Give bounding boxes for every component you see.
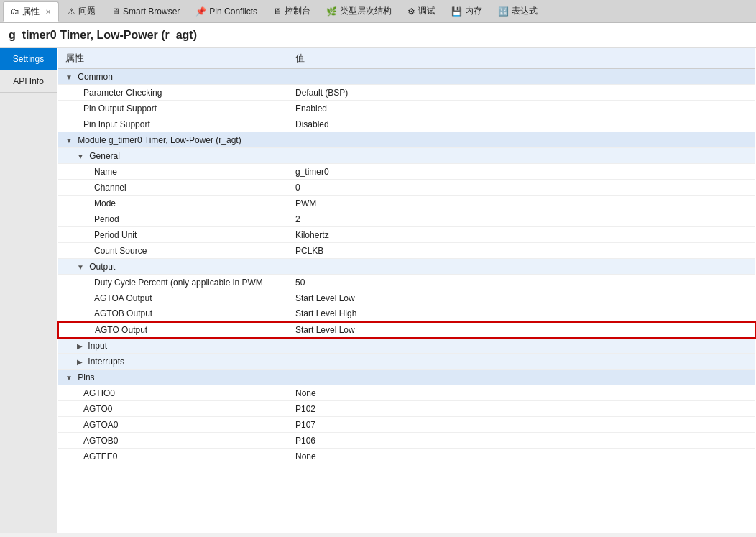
section-pins[interactable]: ▼ Pins	[58, 370, 755, 385]
prop-agtio0: AGTIO0	[58, 385, 288, 401]
subsection-general[interactable]: ▼ General	[58, 148, 755, 164]
header-value: 值	[288, 48, 755, 69]
table-header-row: 属性 值	[58, 48, 755, 69]
table-row: AGTOB Output Start Level High	[58, 306, 755, 322]
table-row: Pin Input Support Disabled	[58, 116, 755, 132]
subsection-interrupts-label: Interrupts	[88, 357, 124, 367]
expand-interrupts-icon: ▶	[77, 358, 83, 366]
val-channel: 0	[288, 180, 755, 196]
val-period-unit: Kilohertz	[288, 227, 755, 243]
tab-properties-label: 属性	[22, 6, 40, 18]
prop-agto0: AGTO0	[58, 401, 288, 417]
debug-tab-icon: ⚙	[407, 6, 415, 17]
table-row-agto-output: AGTO Output Start Level Low	[58, 322, 755, 338]
sidebar-item-apiinfo[interactable]: API Info	[0, 70, 57, 93]
main-layout: Settings API Info 属性 值 ▼ Common	[0, 48, 756, 533]
smartbrowser-tab-icon: 🖥	[111, 6, 120, 17]
prop-agtob0: AGTOB0	[58, 433, 288, 449]
table-row: Period 2	[58, 211, 755, 227]
subsection-output-label: Output	[89, 262, 115, 272]
sidebar: Settings API Info	[0, 48, 57, 533]
section-common[interactable]: ▼ Common	[58, 69, 755, 85]
tab-properties-close[interactable]: ✕	[45, 8, 51, 16]
val-name: g_timer0	[288, 164, 755, 180]
table-row: AGTO0 P102	[58, 401, 755, 417]
tab-smartbrowser[interactable]: 🖥 Smart Browser	[104, 1, 187, 22]
properties-table: 属性 值 ▼ Common Parameter Checking Default…	[57, 48, 756, 464]
val-agtob-output: Start Level High	[288, 306, 755, 322]
prop-count-source: Count Source	[58, 243, 288, 259]
tab-console[interactable]: 🖥 控制台	[266, 1, 318, 22]
table-row: Mode PWM	[58, 196, 755, 211]
table-row: Name g_timer0	[58, 164, 755, 180]
val-agto0: P102	[288, 401, 755, 417]
properties-area[interactable]: 属性 值 ▼ Common Parameter Checking Default…	[57, 48, 756, 533]
tab-smartbrowser-label: Smart Browser	[123, 6, 180, 17]
expression-tab-icon: 🔣	[498, 6, 509, 17]
val-agtio0: None	[288, 385, 755, 401]
tab-debug[interactable]: ⚙ 调试	[400, 1, 443, 22]
tab-pinconflicts[interactable]: 📌 Pin Conflicts	[188, 1, 264, 22]
section-module-label: Module g_timer0 Timer, Low-Power (r_agt)	[78, 135, 241, 145]
prop-pin-input-support: Pin Input Support	[58, 116, 288, 132]
tab-console-label: 控制台	[285, 5, 310, 17]
expand-pins-icon: ▼	[65, 374, 73, 382]
prop-period-unit: Period Unit	[58, 227, 288, 243]
val-pin-output-support: Enabled	[288, 101, 755, 116]
val-agtoa0: P107	[288, 417, 755, 433]
val-duty-cycle: 50	[288, 275, 755, 290]
page-title: g_timer0 Timer, Low-Power (r_agt)	[0, 23, 756, 48]
typehierarchy-tab-icon: 🌿	[326, 6, 337, 17]
expand-common-icon: ▼	[65, 73, 73, 81]
val-agtoa-output: Start Level Low	[288, 290, 755, 306]
val-agto-output: Start Level Low	[288, 322, 755, 338]
prop-pin-output-support: Pin Output Support	[58, 101, 288, 116]
prop-agto-output: AGTO Output	[58, 322, 288, 338]
val-period: 2	[288, 211, 755, 227]
val-parameter-checking: Default (BSP)	[288, 85, 755, 101]
table-row: AGTIO0 None	[58, 385, 755, 401]
header-property: 属性	[58, 48, 288, 69]
subsection-input-label: Input	[88, 341, 107, 351]
prop-agtoa0: AGTOA0	[58, 417, 288, 433]
tab-typehierarchy[interactable]: 🌿 类型层次结构	[319, 1, 399, 22]
val-agtob0: P106	[288, 433, 755, 449]
expand-general-icon: ▼	[77, 152, 84, 160]
tab-expression[interactable]: 🔣 表达式	[491, 1, 545, 22]
subsection-general-label: General	[89, 151, 120, 161]
val-count-source: PCLKB	[288, 243, 755, 259]
prop-name: Name	[58, 164, 288, 180]
expand-output-icon: ▼	[77, 263, 84, 271]
table-row: Duty Cycle Percent (only applicable in P…	[58, 275, 755, 290]
val-pin-input-support: Disabled	[288, 116, 755, 132]
table-row: AGTEE0 None	[58, 449, 755, 464]
prop-duty-cycle: Duty Cycle Percent (only applicable in P…	[58, 275, 288, 290]
tab-debug-label: 调试	[418, 5, 435, 17]
table-row: Channel 0	[58, 180, 755, 196]
table-row: Period Unit Kilohertz	[58, 227, 755, 243]
prop-mode: Mode	[58, 196, 288, 211]
tab-memory[interactable]: 💾 内存	[444, 1, 489, 22]
console-tab-icon: 🖥	[273, 6, 282, 17]
tab-pinconflicts-label: Pin Conflicts	[209, 6, 257, 17]
section-module[interactable]: ▼ Module g_timer0 Timer, Low-Power (r_ag…	[58, 132, 755, 148]
properties-tab-icon: 🗂	[11, 6, 19, 17]
tab-expression-label: 表达式	[512, 5, 538, 17]
prop-parameter-checking: Parameter Checking	[58, 85, 288, 101]
table-row: Count Source PCLKB	[58, 243, 755, 259]
pinconflicts-tab-icon: 📌	[195, 6, 206, 17]
subsection-output[interactable]: ▼ Output	[58, 259, 755, 275]
subsection-interrupts[interactable]: ▶ Interrupts	[58, 354, 755, 370]
tab-issues-label: 问题	[78, 5, 96, 17]
section-pins-label: Pins	[78, 372, 94, 382]
issues-tab-icon: ⚠	[68, 6, 75, 17]
prop-agtoa-output: AGTOA Output	[58, 290, 288, 306]
prop-channel: Channel	[58, 180, 288, 196]
expand-input-icon: ▶	[77, 342, 83, 350]
tab-issues[interactable]: ⚠ 问题	[60, 1, 103, 22]
table-row: AGTOA Output Start Level Low	[58, 290, 755, 306]
tab-properties[interactable]: 🗂 属性 ✕	[3, 1, 59, 22]
subsection-input[interactable]: ▶ Input	[58, 338, 755, 354]
sidebar-item-settings[interactable]: Settings	[0, 48, 57, 70]
memory-tab-icon: 💾	[451, 6, 462, 17]
